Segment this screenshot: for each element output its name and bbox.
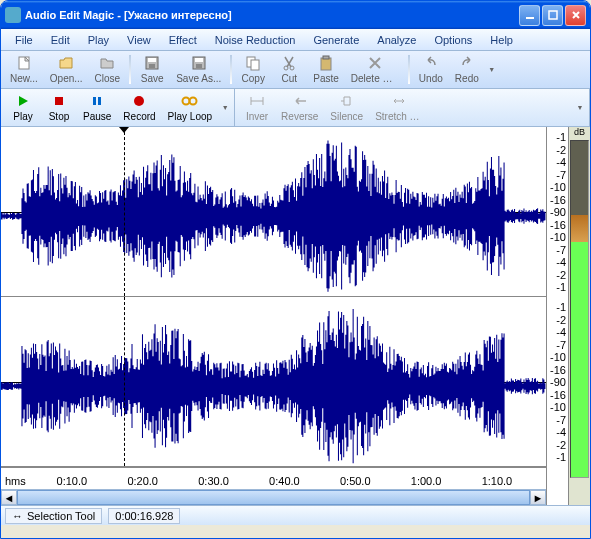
time-unit-label: hms: [5, 475, 26, 487]
stretch-button[interactable]: Stretch Time...: [369, 91, 429, 124]
separator: [129, 55, 131, 84]
scroll-thumb[interactable]: [17, 490, 530, 505]
svg-rect-4: [148, 58, 156, 62]
svg-rect-15: [55, 97, 63, 105]
app-window: Audio Edit Magic - [Ужасно интересно] Fi…: [0, 0, 591, 539]
svg-point-11: [284, 66, 288, 70]
time-ruler[interactable]: hms 0:10.0 0:20.0 0:30.0 0:40.0 0:50.0 1…: [1, 467, 546, 489]
minimize-button[interactable]: [519, 5, 540, 26]
time-tick: 0:40.0: [269, 475, 300, 487]
maximize-button[interactable]: [542, 5, 563, 26]
toolbar-overflow[interactable]: ▼: [485, 53, 497, 86]
svg-rect-5: [149, 64, 155, 68]
app-icon: [5, 7, 21, 23]
paste-button[interactable]: Paste: [307, 53, 345, 86]
close-button[interactable]: [565, 5, 586, 26]
undo-button[interactable]: Undo: [413, 53, 449, 86]
copy-icon: [244, 55, 262, 71]
reverse-button[interactable]: Reverse: [275, 91, 324, 124]
menu-file[interactable]: File: [7, 32, 41, 48]
playloop-button[interactable]: Play Loop: [162, 91, 218, 124]
time-tick: 0:30.0: [198, 475, 229, 487]
svg-rect-0: [526, 17, 534, 19]
level-meter: [570, 140, 589, 478]
scroll-track[interactable]: [17, 490, 530, 505]
menu-help[interactable]: Help: [482, 32, 521, 48]
pause-icon: [88, 93, 106, 109]
invert-icon: [248, 93, 266, 109]
chevron-down-icon: ▼: [222, 104, 229, 111]
save-icon: [143, 55, 161, 71]
play-button[interactable]: Play: [5, 91, 41, 124]
db-scale-left: -1-2-4-7-10-16-90-16-10-7-4-2-1: [547, 127, 568, 297]
titlebar[interactable]: Audio Edit Magic - [Ужасно интересно]: [1, 1, 590, 29]
effects-overflow[interactable]: ▼: [573, 91, 585, 124]
pause-button[interactable]: Pause: [77, 91, 117, 124]
close-file-button[interactable]: Close: [89, 53, 127, 86]
silence-button[interactable]: Silence: [324, 91, 369, 124]
time-tick: 0:50.0: [340, 475, 371, 487]
folder-close-icon: [98, 55, 116, 71]
record-button[interactable]: Record: [117, 91, 161, 124]
timecode-value: 0:00:16.928: [115, 510, 173, 522]
redo-button[interactable]: Redo: [449, 53, 485, 86]
chevron-down-icon: ▼: [488, 66, 495, 73]
waveform-channel-right[interactable]: [1, 297, 546, 467]
waveform-channel-left[interactable]: [1, 127, 546, 297]
stop-icon: [50, 93, 68, 109]
transport-overflow[interactable]: ▼: [218, 91, 230, 124]
cut-button[interactable]: Cut: [271, 53, 307, 86]
new-file-icon: [15, 55, 33, 71]
menubar: File Edit Play View Effect Noise Reducti…: [1, 29, 590, 51]
playhead-cursor[interactable]: [124, 297, 125, 466]
menu-play[interactable]: Play: [80, 32, 117, 48]
time-tick: 0:20.0: [127, 475, 158, 487]
silence-icon: [338, 93, 356, 109]
new-button[interactable]: New...: [4, 53, 44, 86]
open-button[interactable]: Open...: [44, 53, 89, 86]
db-scale-column: -1-2-4-7-10-16-90-16-10-7-4-2-1 -1-2-4-7…: [546, 127, 568, 505]
db-scale-right: -1-2-4-7-10-16-90-16-10-7-4-2-1: [547, 297, 568, 467]
playhead-marker[interactable]: [119, 127, 129, 133]
svg-rect-17: [98, 97, 101, 105]
stop-button[interactable]: Stop: [41, 91, 77, 124]
copy-button[interactable]: Copy: [235, 53, 271, 86]
svg-rect-8: [196, 64, 202, 68]
stretch-icon: [390, 93, 408, 109]
playhead-cursor[interactable]: [124, 127, 125, 296]
svg-rect-1: [549, 11, 557, 19]
time-tick: 1:10.0: [482, 475, 513, 487]
menu-view[interactable]: View: [119, 32, 159, 48]
menu-effect[interactable]: Effect: [161, 32, 205, 48]
menu-options[interactable]: Options: [426, 32, 480, 48]
time-tick: 0:10.0: [57, 475, 88, 487]
menu-generate[interactable]: Generate: [305, 32, 367, 48]
scroll-right-button[interactable]: ►: [530, 490, 546, 505]
delete-selection-button[interactable]: Delete Selection: [345, 53, 405, 86]
record-icon: [130, 93, 148, 109]
transport-toolbar: Play Stop Pause Record Play Loop ▼ Inver…: [1, 89, 590, 127]
svg-rect-14: [323, 56, 329, 59]
saveas-icon: [190, 55, 208, 71]
paste-icon: [317, 55, 335, 71]
svg-rect-10: [251, 60, 259, 70]
waveform-left: [1, 127, 546, 297]
content-area: hms 0:10.0 0:20.0 0:30.0 0:40.0 0:50.0 1…: [1, 127, 590, 505]
menu-analyze[interactable]: Analyze: [369, 32, 424, 48]
horizontal-scrollbar[interactable]: ◄ ►: [1, 489, 546, 505]
chevron-down-icon: ▼: [577, 104, 584, 111]
cut-icon: [280, 55, 298, 71]
status-tool[interactable]: ↔ Selection Tool: [5, 508, 102, 524]
invert-button[interactable]: Inver: [239, 91, 275, 124]
menu-edit[interactable]: Edit: [43, 32, 78, 48]
svg-point-20: [189, 98, 196, 105]
svg-rect-13: [321, 58, 331, 70]
saveas-button[interactable]: Save As...: [170, 53, 227, 86]
transport-group: Play Stop Pause Record Play Loop ▼: [1, 89, 235, 126]
svg-point-18: [134, 96, 144, 106]
scroll-left-button[interactable]: ◄: [1, 490, 17, 505]
menu-noise-reduction[interactable]: Noise Reduction: [207, 32, 304, 48]
waveform-right: [1, 297, 546, 467]
save-button[interactable]: Save: [134, 53, 170, 86]
selection-tool-icon: ↔: [12, 510, 23, 522]
